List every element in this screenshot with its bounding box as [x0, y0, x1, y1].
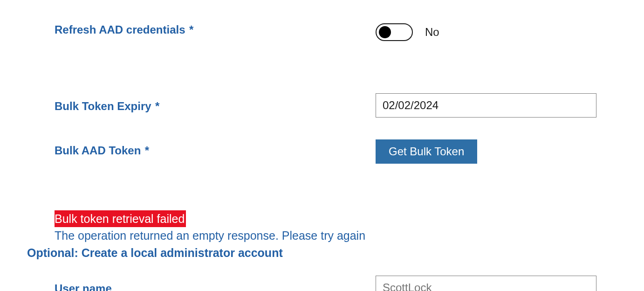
refresh-aad-credentials-toggle-value: No [425, 26, 439, 39]
bulk-token-expiry-row: Bulk Token Expiry * [0, 93, 644, 118]
required-asterisk: * [189, 23, 193, 36]
bulk-aad-token-label: Bulk AAD Token [55, 144, 141, 157]
error-message-block: Bulk token retrieval failed The operatio… [55, 210, 644, 260]
error-detail: The operation returned an empty response… [55, 229, 644, 242]
user-name-row: User name [0, 276, 644, 291]
get-bulk-token-button[interactable]: Get Bulk Token [376, 139, 477, 164]
refresh-aad-credentials-toggle[interactable] [376, 23, 413, 41]
error-title: Bulk token retrieval failed [55, 210, 186, 227]
bulk-token-expiry-input[interactable] [376, 93, 596, 118]
user-name-label: User name [55, 282, 112, 291]
refresh-aad-credentials-row: Refresh AAD credentials * No [0, 23, 644, 41]
bulk-token-expiry-label: Bulk Token Expiry [55, 100, 151, 112]
toggle-knob [379, 26, 391, 38]
required-asterisk: * [145, 144, 149, 157]
optional-section-heading: Optional: Create a local administrator a… [27, 246, 283, 260]
user-name-input[interactable] [376, 276, 596, 291]
required-asterisk: * [155, 100, 159, 112]
refresh-aad-credentials-label: Refresh AAD credentials [55, 23, 185, 36]
bulk-aad-token-row: Bulk AAD Token * Get Bulk Token [0, 139, 644, 164]
